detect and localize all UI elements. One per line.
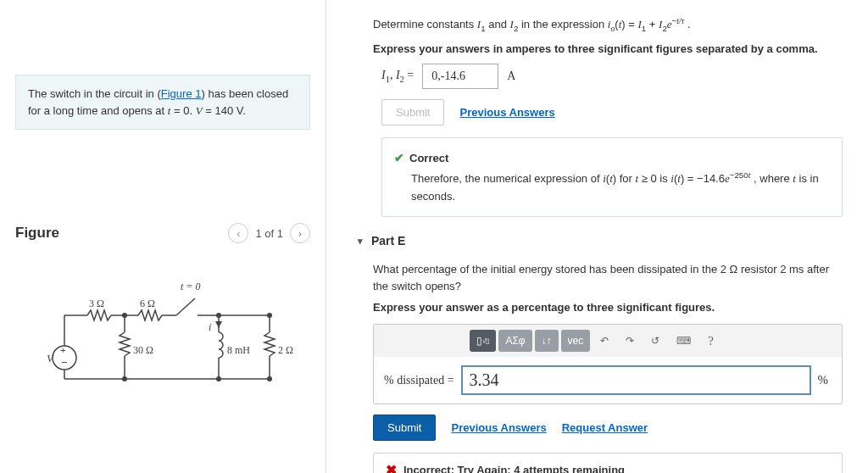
partd-submit-button: Submit (381, 99, 444, 125)
svg-point-26 (217, 314, 221, 318)
undo-button[interactable]: ↶ (593, 330, 615, 352)
greek-button[interactable]: ΑΣφ (498, 330, 531, 352)
figure-pager: ‹ 1 of 1 › (228, 223, 310, 243)
svg-point-28 (123, 377, 127, 381)
circuit-diagram: + − V 3 Ω 6 Ω t = 0 30 Ω (41, 269, 310, 398)
pager-next-button[interactable]: › (290, 223, 310, 243)
svg-point-30 (268, 377, 272, 381)
svg-point-25 (123, 314, 127, 318)
x-icon: ✖ (386, 462, 397, 473)
redo-button[interactable]: ↷ (619, 330, 641, 352)
incorrect-text: Incorrect; Try Again; 4 attempts remaini… (403, 464, 625, 473)
parte-answer-input[interactable]: 3.34 (461, 365, 811, 395)
figure-link[interactable]: Figure 1 (161, 87, 202, 100)
svg-text:t = 0: t = 0 (181, 281, 200, 292)
svg-text:2 Ω: 2 Ω (278, 344, 293, 356)
svg-text:+: + (60, 345, 65, 355)
scripts-button[interactable]: ↓↑ (535, 330, 559, 352)
keyboard-button[interactable]: ⌨ (670, 330, 698, 352)
parte-prompt: % dissipated = (384, 374, 454, 387)
pager-text: 1 of 1 (255, 227, 283, 240)
partd-instruction: Express your answers in amperes to three… (373, 42, 843, 55)
svg-line-10 (176, 298, 195, 315)
svg-point-27 (268, 314, 272, 318)
help-button[interactable]: ? (701, 330, 721, 352)
partd-var-label: I1, I2 = (381, 69, 414, 84)
svg-text:−: − (61, 356, 68, 369)
parte-submit-button[interactable]: Submit (373, 415, 436, 441)
svg-text:30 Ω: 30 Ω (133, 344, 153, 356)
partd-feedback: ✔Correct Therefore, the numerical expres… (381, 137, 843, 218)
parte-instruction: Express your answer as a percentage to t… (373, 301, 843, 314)
partd-unit: A (507, 70, 515, 83)
vec-button[interactable]: vec (561, 330, 591, 352)
partd-previous-answers-link[interactable]: Previous Answers (459, 106, 554, 119)
partd-answer-value: 0,-14.6 (422, 64, 498, 89)
svg-text:i: i (209, 321, 211, 333)
parte-answer-box: ▯√▯ ΑΣφ ↓↑ vec ↶ ↷ ↺ ⌨ ? % dissipated = … (373, 324, 843, 404)
svg-text:8 mH: 8 mH (227, 344, 250, 356)
problem-prefix: The switch in the circuit in ( (28, 87, 161, 100)
svg-text:6 Ω: 6 Ω (140, 298, 155, 309)
svg-text:3 Ω: 3 Ω (89, 298, 104, 309)
partd-question: Determine constants I1 and I2 in the exp… (373, 15, 843, 36)
partd-feedback-text: Therefore, the numerical expression of i… (411, 169, 830, 206)
parte-incorrect-feedback: ✖ Incorrect; Try Again; 4 attempts remai… (373, 453, 843, 473)
check-icon: ✔ (394, 151, 404, 164)
pager-prev-button[interactable]: ‹ (228, 223, 248, 243)
templates-button[interactable]: ▯√▯ (470, 330, 496, 352)
reset-button[interactable]: ↺ (644, 330, 666, 352)
problem-statement: The switch in the circuit in (Figure 1) … (15, 75, 310, 130)
svg-point-29 (217, 377, 221, 381)
correct-label: Correct (409, 152, 448, 164)
parte-request-answer-link[interactable]: Request Answer (562, 421, 648, 434)
figure-title: Figure (15, 225, 59, 242)
parte-unit: % (818, 373, 832, 387)
equation-toolbar: ▯√▯ ΑΣφ ↓↑ vec ↶ ↷ ↺ ⌨ ? (374, 325, 842, 357)
parte-question: What percentage of the initial energy st… (373, 261, 843, 294)
parte-header[interactable]: Part E (358, 234, 843, 248)
parte-previous-answers-link[interactable]: Previous Answers (451, 421, 546, 434)
